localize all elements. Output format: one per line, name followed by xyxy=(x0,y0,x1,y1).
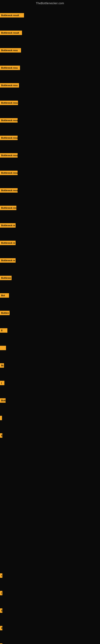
site-title: TheBottlenecker.com xyxy=(0,0,100,6)
bar-line xyxy=(18,100,18,105)
bottleneck-badge[interactable]: Bottleneck result xyxy=(0,13,19,18)
bottleneck-badge[interactable]: B xyxy=(0,328,2,333)
bottleneck-item: Bottleneck re xyxy=(0,252,100,269)
bottleneck-badge[interactable]: Bo xyxy=(0,363,3,368)
bar-line xyxy=(18,48,21,52)
bottleneck-badge[interactable]: | xyxy=(0,591,2,595)
bottleneck-item: Bottleneck resu xyxy=(0,59,100,76)
bottleneck-badge[interactable]: E xyxy=(0,433,2,438)
bottleneck-item: Bottleneck resu xyxy=(0,94,100,112)
bottleneck-badge[interactable]: Bot xyxy=(0,293,5,298)
bottleneck-item: Bottleneck re xyxy=(0,234,100,252)
bar-line xyxy=(19,13,24,18)
bottleneck-badge[interactable]: Bottleneck resu xyxy=(0,83,18,88)
bar-line xyxy=(3,363,4,368)
bottleneck-item xyxy=(0,497,100,514)
bar-line xyxy=(18,83,19,88)
bar-line xyxy=(2,381,4,385)
bottleneck-item xyxy=(0,532,100,549)
bottleneck-item: Bottleneck resu xyxy=(0,76,100,94)
bottleneck-item: r xyxy=(0,567,100,584)
bottleneck-badge[interactable]: Bott xyxy=(0,398,6,403)
bottleneck-badge[interactable]: Bottleneck resu xyxy=(0,118,18,122)
bottleneck-badge[interactable]: | xyxy=(0,381,2,385)
bottleneck-item: Bottleneck resu xyxy=(0,112,100,129)
bottleneck-badge[interactable]: Bottleneck resu xyxy=(0,66,18,70)
bottleneck-badge[interactable]: B xyxy=(0,626,2,630)
bar-line xyxy=(19,30,22,35)
bottleneck-item: Bottleneck resu xyxy=(0,146,100,164)
items-container: Bottleneck resultBottleneck resultBottle… xyxy=(0,6,100,644)
bottleneck-badge[interactable]: Bottleneck resu xyxy=(0,136,18,140)
bottleneck-item: E xyxy=(0,427,100,444)
bottleneck-item: Bottleneck resu xyxy=(0,129,100,146)
bottleneck-badge[interactable]: Bottlen xyxy=(0,311,10,315)
bottleneck-badge[interactable]: Bottleneck re xyxy=(0,241,16,245)
bottleneck-item: Bottleneck result xyxy=(0,24,100,42)
bottleneck-item xyxy=(0,514,100,532)
bottleneck-item: Bottleneck resu xyxy=(0,42,100,59)
bottleneck-badge[interactable]: Bo xyxy=(0,644,2,644)
bottleneck-badge[interactable]: Bottleneck re xyxy=(0,223,16,228)
bottleneck-item xyxy=(0,339,100,356)
bottleneck-item: | xyxy=(0,374,100,392)
bottleneck-item: Bottleneck resu xyxy=(0,164,100,182)
bottleneck-badge[interactable]: r xyxy=(0,573,2,578)
bottleneck-badge[interactable]: Bottleneck res xyxy=(0,206,16,210)
bottleneck-item: Bo xyxy=(0,356,100,374)
bottleneck-item: B xyxy=(0,322,100,339)
bottleneck-item: Bottlenec xyxy=(0,269,100,286)
bottleneck-badge[interactable]: Bottleneck re xyxy=(0,258,16,263)
bar-line xyxy=(0,416,2,420)
bar-line xyxy=(0,346,6,350)
bottleneck-badge[interactable]: Bottleneck result xyxy=(0,30,19,35)
bottleneck-item xyxy=(0,549,100,567)
bottleneck-item xyxy=(0,479,100,497)
bottleneck-item xyxy=(0,444,100,462)
bottleneck-item: Bottleneck res xyxy=(0,199,100,216)
bottleneck-badge[interactable]: E xyxy=(0,608,2,613)
bottleneck-badge[interactable]: Bottleneck resu xyxy=(0,153,18,158)
bottleneck-badge[interactable]: Bottleneck resu xyxy=(0,48,18,52)
bottleneck-item: Bo xyxy=(0,637,100,644)
bottleneck-badge[interactable]: Bottleneck resu xyxy=(0,100,18,105)
bottleneck-item: Bot xyxy=(0,286,100,304)
bottleneck-item: Bottleneck re xyxy=(0,216,100,234)
bottleneck-item: Bottleneck resu xyxy=(0,182,100,199)
bottleneck-item: E xyxy=(0,602,100,619)
bottleneck-item: B xyxy=(0,619,100,637)
bottleneck-badge[interactable]: Bottleneck resu xyxy=(0,171,18,175)
bar-line xyxy=(18,66,20,70)
bottleneck-item: | xyxy=(0,584,100,602)
bottleneck-item xyxy=(0,409,100,427)
bottleneck-badge[interactable]: Bottlenec xyxy=(0,276,12,280)
bottleneck-item: Bott xyxy=(0,392,100,409)
bottleneck-item xyxy=(0,462,100,479)
bar-line xyxy=(2,328,7,333)
bar-line xyxy=(5,293,9,298)
bottleneck-item: Bottleneck result xyxy=(0,6,100,24)
bottleneck-badge[interactable]: Bottleneck resu xyxy=(0,188,18,192)
bottleneck-item: Bottlen xyxy=(0,304,100,322)
